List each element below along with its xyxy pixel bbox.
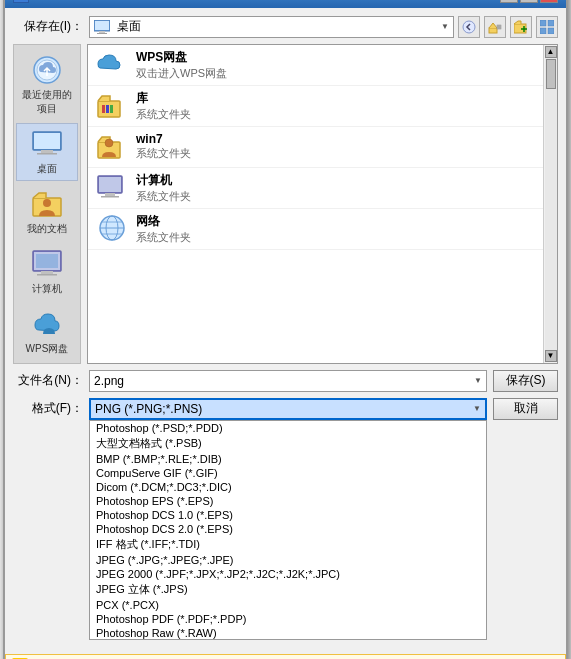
documents-icon <box>31 188 63 220</box>
file-desc-lib: 系统文件夹 <box>136 107 191 122</box>
dialog-body: 保存在(I)： 桌面 ▼ <box>5 8 566 654</box>
format-item-iff[interactable]: IFF 格式 (*.IFF;*.TDI) <box>90 536 486 553</box>
format-item-bmp[interactable]: BMP (*.BMP;*.RLE;*.DIB) <box>90 452 486 466</box>
format-item-pdf[interactable]: Photoshop PDF (*.PDF;*.PDP) <box>90 612 486 626</box>
format-item-jps[interactable]: JPEG 立体 (*.JPS) <box>90 581 486 598</box>
format-item-raw[interactable]: Photoshop Raw (*.RAW) <box>90 626 486 640</box>
new-folder-button[interactable] <box>510 16 532 38</box>
svg-rect-3 <box>97 33 107 34</box>
location-row: 保存在(I)： 桌面 ▼ <box>13 16 558 38</box>
save-button[interactable]: 保存(S) <box>493 370 558 392</box>
scroll-thumb[interactable] <box>546 59 556 89</box>
svg-rect-11 <box>548 20 554 26</box>
file-list: WPS网盘 双击进入WPS网盘 <box>88 45 543 363</box>
file-desc-win7: 系统文件夹 <box>136 146 191 161</box>
file-item-lib[interactable]: 库 系统文件夹 <box>88 86 543 127</box>
format-list: Photoshop (*.PSD;*.PDD) 大型文档格式 (*.PSB) B… <box>89 420 487 640</box>
format-item-pcx[interactable]: PCX (*.PCX) <box>90 598 486 612</box>
file-info-lib: 库 系统文件夹 <box>136 90 191 122</box>
scroll-up-button[interactable]: ▲ <box>545 46 557 58</box>
computer-icon <box>31 248 63 280</box>
svg-rect-5 <box>489 28 497 33</box>
sidebar-item-desktop[interactable]: 桌面 <box>16 123 78 181</box>
desktop-icon <box>31 128 63 160</box>
sidebar-desktop-label: 桌面 <box>37 162 57 176</box>
info-bar: ! 在此选项下，文 ... 亿速云 <box>5 654 566 660</box>
file-item-win7[interactable]: win7 系统文件夹 <box>88 127 543 168</box>
format-value: PNG (*.PNG;*.PNS) <box>95 402 202 416</box>
scroll-down-button[interactable]: ▼ <box>545 350 557 362</box>
svg-rect-19 <box>37 153 57 155</box>
sidebar-item-computer[interactable]: 计算机 <box>16 243 78 301</box>
close-button[interactable]: ✕ <box>540 0 558 3</box>
sidebar-item-recent[interactable]: 最近使用的项目 <box>16 49 78 121</box>
file-item-wps[interactable]: WPS网盘 双击进入WPS网盘 <box>88 45 543 86</box>
svg-rect-17 <box>34 133 60 149</box>
filename-dropdown[interactable]: 2.png ▼ <box>89 370 487 392</box>
filename-value: 2.png <box>94 374 124 388</box>
main-area: 最近使用的项目 桌面 <box>13 44 558 364</box>
svg-rect-12 <box>540 28 546 34</box>
svg-rect-10 <box>540 20 546 26</box>
format-item-jpeg[interactable]: JPEG (*.JPG;*.JPEG;*.JPE) <box>90 553 486 567</box>
sidebar-item-documents[interactable]: 我的文档 <box>16 183 78 241</box>
nav-up-button[interactable] <box>484 16 506 38</box>
svg-rect-36 <box>101 196 119 198</box>
nav-back-button[interactable] <box>458 16 480 38</box>
scrollbar[interactable]: ▲ ▼ <box>543 45 557 363</box>
svg-rect-25 <box>37 274 57 276</box>
file-item-network[interactable]: 网络 系统文件夹 <box>88 209 543 250</box>
format-item-dcs2[interactable]: Photoshop DCS 2.0 (*.EPS) <box>90 522 486 536</box>
title-bar-left: PS 存储为 <box>13 0 71 3</box>
file-icon-win7 <box>96 131 128 163</box>
sidebar-recent-label: 最近使用的项目 <box>19 88 75 116</box>
file-desc-wps: 双击进入WPS网盘 <box>136 66 227 81</box>
location-bar: 桌面 ▼ <box>89 16 558 38</box>
file-info-wps: WPS网盘 双击进入WPS网盘 <box>136 49 227 81</box>
window-controls: ─ □ ✕ <box>500 0 558 3</box>
sidebar-item-wps[interactable]: WPS网盘 <box>16 303 78 361</box>
save-as-dialog: PS 存储为 ─ □ ✕ 保存在(I)： <box>3 0 568 659</box>
maximize-button[interactable]: □ <box>520 0 538 3</box>
svg-rect-2 <box>99 31 105 33</box>
file-info-win7: win7 系统文件夹 <box>136 132 191 161</box>
location-dropdown-arrow: ▼ <box>441 22 449 31</box>
file-name-win7: win7 <box>136 132 191 146</box>
format-dropdown[interactable]: PNG (*.PNG;*.PNS) ▼ <box>89 398 487 420</box>
svg-rect-35 <box>105 193 115 196</box>
format-item-eps[interactable]: Photoshop EPS (*.EPS) <box>90 494 486 508</box>
file-list-container: WPS网盘 双击进入WPS网盘 <box>87 44 558 364</box>
file-item-computer[interactable]: 计算机 系统文件夹 <box>88 168 543 209</box>
location-dropdown[interactable]: 桌面 ▼ <box>89 16 454 38</box>
format-dropdown-arrow: ▼ <box>473 404 481 413</box>
dialog-title: 存储为 <box>35 0 71 3</box>
format-item-psb[interactable]: 大型文档格式 (*.PSB) <box>90 435 486 452</box>
format-item-gif[interactable]: CompuServe GIF (*.GIF) <box>90 466 486 480</box>
file-info-network: 网络 系统文件夹 <box>136 213 191 245</box>
svg-rect-29 <box>106 105 109 113</box>
svg-point-4 <box>463 21 475 33</box>
format-item-jpeg2000[interactable]: JPEG 2000 (*.JPF;*.JPX;*.JP2;*.J2C;*.J2K… <box>90 567 486 581</box>
format-item-dicom[interactable]: Dicom (*.DCM;*.DC3;*.DIC) <box>90 480 486 494</box>
svg-rect-34 <box>99 177 121 192</box>
svg-rect-28 <box>102 105 105 113</box>
file-icon-lib <box>96 90 128 122</box>
file-name-network: 网络 <box>136 213 191 230</box>
view-menu-button[interactable] <box>536 16 558 38</box>
format-item-dcs1[interactable]: Photoshop DCS 1.0 (*.EPS) <box>90 508 486 522</box>
filename-label: 文件名(N)： <box>13 372 83 389</box>
format-list-wrapper: PNG (*.PNG;*.PNS) ▼ Photoshop (*.PSD;*.P… <box>89 398 487 420</box>
svg-rect-18 <box>41 150 53 153</box>
recent-icon <box>31 54 63 86</box>
svg-point-21 <box>43 199 51 207</box>
format-item-psd[interactable]: Photoshop (*.PSD;*.PDD) <box>90 421 486 435</box>
file-name-computer: 计算机 <box>136 172 191 189</box>
cancel-button[interactable]: 取消 <box>493 398 558 420</box>
svg-point-32 <box>105 139 113 147</box>
svg-rect-26 <box>36 254 58 268</box>
minimize-button[interactable]: ─ <box>500 0 518 3</box>
sidebar: 最近使用的项目 桌面 <box>13 44 81 364</box>
filename-dropdown-arrow: ▼ <box>474 376 482 385</box>
file-name-wps: WPS网盘 <box>136 49 227 66</box>
svg-rect-1 <box>95 21 109 30</box>
